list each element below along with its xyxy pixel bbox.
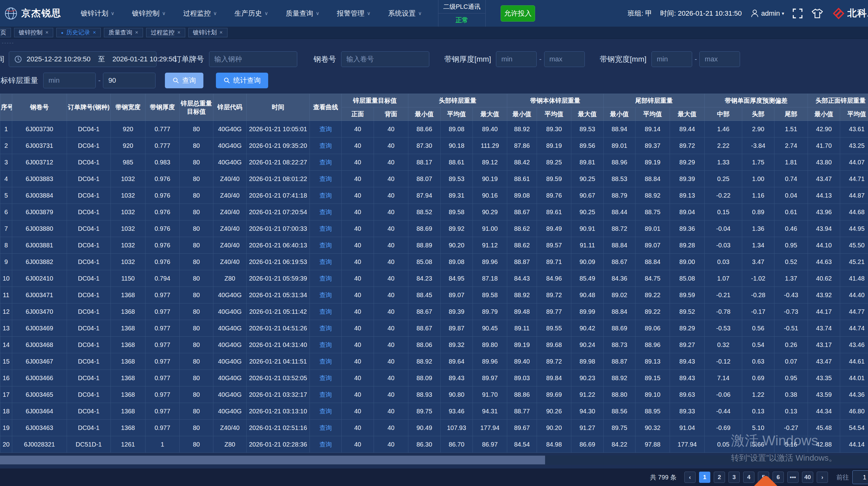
close-icon[interactable]: × <box>178 29 181 36</box>
table-row: 186J003464DC04-113680.9778040G40G2026-01… <box>0 403 868 420</box>
cell: 6J003463 <box>12 420 67 436</box>
view-curve-link[interactable]: 查询 <box>310 270 342 287</box>
view-curve-link[interactable]: 查询 <box>310 387 342 403</box>
page-button-3[interactable]: 3 <box>728 471 740 483</box>
order-grade-input[interactable] <box>209 51 297 67</box>
stats-query-button[interactable]: 统计查询 <box>216 73 268 88</box>
cell: 44.63 <box>808 254 840 270</box>
cell: 0.976 <box>146 221 180 237</box>
open-tabs-bar: 页镀锌控制×●历史记录×质量查询×过程监控×镀锌计划× <box>0 27 868 39</box>
tab-历史记录[interactable]: ●历史记录× <box>56 28 101 37</box>
page-button-1[interactable]: 1 <box>699 471 710 483</box>
cell: 40 <box>342 287 374 304</box>
user-menu[interactable]: admin ▾ <box>750 9 784 18</box>
goto-page-input[interactable] <box>852 470 868 484</box>
nav-item-镀锌控制[interactable]: 镀锌控制∨ <box>132 9 166 18</box>
target-zinc-weight-label: 目标锌层重量 <box>0 76 38 85</box>
nav-item-报警管理[interactable]: 报警管理∨ <box>337 9 371 18</box>
date-range-picker[interactable]: 2025-12-22 10:29:50 至 2026-01-21 10:29:5… <box>9 51 156 67</box>
cell: 80 <box>180 353 213 370</box>
view-curve-link[interactable]: 查询 <box>310 320 342 337</box>
cell: 0.03 <box>705 254 742 270</box>
zinc-max-input[interactable] <box>103 73 156 88</box>
view-curve-link[interactable]: 查询 <box>310 187 342 204</box>
cell: 2026-01-21 03:52:05 <box>247 370 310 387</box>
nav-item-镀锌计划[interactable]: 镀锌计划∨ <box>81 9 115 18</box>
table-row: 36J003712DC04-19850.9838040G40G2026-01-2… <box>0 154 868 171</box>
cell: 6J003730 <box>12 121 67 138</box>
tab-镀锌计划[interactable]: 镀锌计划× <box>188 28 227 37</box>
cell: 0.89 <box>742 204 774 221</box>
cell: 1032 <box>111 221 146 237</box>
nav-item-生产历史[interactable]: 生产历史∨ <box>235 9 268 18</box>
nav-item-过程监控[interactable]: 过程监控∨ <box>183 9 217 18</box>
view-curve-link[interactable]: 查询 <box>310 436 342 453</box>
cell: 40 <box>342 138 374 154</box>
close-icon[interactable]: × <box>93 29 96 36</box>
cell: 1368 <box>111 387 146 403</box>
horizontal-scrollbar-thumb[interactable] <box>0 456 545 464</box>
close-icon[interactable]: × <box>135 29 138 36</box>
page-button-2[interactable]: 2 <box>714 471 725 483</box>
width-max-input[interactable] <box>699 51 740 67</box>
cell: 88.61 <box>441 154 473 171</box>
tab-过程监控[interactable]: 过程监控× <box>146 28 185 37</box>
cell: 8 <box>0 237 12 254</box>
view-curve-link[interactable]: 查询 <box>310 370 342 387</box>
sub-header-最小值: 最小值 <box>603 107 636 121</box>
cell: 1.34 <box>742 237 774 254</box>
tab-质量查询[interactable]: 质量查询× <box>104 28 143 37</box>
cell: 40 <box>342 403 374 420</box>
view-curve-link[interactable]: 查询 <box>310 171 342 187</box>
page-button-40[interactable]: 40 <box>802 471 813 483</box>
cell: 44.17 <box>808 304 840 320</box>
view-curve-link[interactable]: 查询 <box>310 337 342 353</box>
cell: 0.976 <box>146 187 180 204</box>
view-curve-link[interactable]: 查询 <box>310 154 342 171</box>
view-curve-link[interactable]: 查询 <box>310 403 342 420</box>
col-header-时间: 时间 <box>247 94 310 121</box>
theme-skin-icon[interactable] <box>811 7 824 20</box>
view-curve-link[interactable]: 查询 <box>310 204 342 221</box>
cell: 88.69 <box>408 221 441 237</box>
cell: 40 <box>342 436 374 453</box>
view-curve-link[interactable]: 查询 <box>310 254 342 270</box>
view-curve-link[interactable]: 查询 <box>310 353 342 370</box>
width-min-input[interactable] <box>651 51 692 67</box>
thickness-min-input[interactable] <box>496 51 537 67</box>
cell: 0.52 <box>774 254 808 270</box>
close-icon[interactable]: × <box>220 29 223 36</box>
cell: 1.00 <box>742 171 774 187</box>
view-curve-link[interactable]: 查询 <box>310 420 342 436</box>
close-icon[interactable]: × <box>45 29 49 36</box>
view-curve-link[interactable]: 查询 <box>310 237 342 254</box>
fullscreen-icon[interactable] <box>792 8 803 19</box>
page-button-6[interactable]: 6 <box>773 471 784 483</box>
query-button[interactable]: 查询 <box>165 73 204 88</box>
coil-no-input[interactable] <box>341 51 429 67</box>
next-page-button[interactable]: › <box>817 471 828 483</box>
cell: 85.49 <box>571 270 603 287</box>
view-curve-link[interactable]: 查询 <box>310 304 342 320</box>
cell: 90.24 <box>571 337 603 353</box>
nav-item-系统设置[interactable]: 系统设置∨ <box>388 9 422 18</box>
permit-input-button[interactable]: 允许投入 <box>501 5 535 22</box>
zinc-min-input[interactable] <box>43 73 96 88</box>
view-curve-link[interactable]: 查询 <box>310 287 342 304</box>
prev-page-button[interactable]: ‹ <box>684 471 695 483</box>
thickness-max-input[interactable] <box>544 51 585 67</box>
view-curve-link[interactable]: 查询 <box>310 221 342 237</box>
pagination-ellipsis[interactable]: ••• <box>787 471 799 483</box>
cell: 40G40G <box>213 353 247 370</box>
tab-镀锌控制[interactable]: 镀锌控制× <box>14 28 53 37</box>
view-curve-link[interactable]: 查询 <box>310 138 342 154</box>
cell: 6J003882 <box>12 254 67 270</box>
view-curve-link[interactable]: 查询 <box>310 121 342 138</box>
cell: 88.69 <box>603 320 636 337</box>
nav-item-质量查询[interactable]: 质量查询∨ <box>286 9 319 18</box>
page-button-4[interactable]: 4 <box>743 471 754 483</box>
cell: 90.29 <box>473 204 507 221</box>
cell: 0.04 <box>774 187 808 204</box>
tab-页[interactable]: 页 <box>0 28 11 37</box>
cell: 7.14 <box>705 370 742 387</box>
